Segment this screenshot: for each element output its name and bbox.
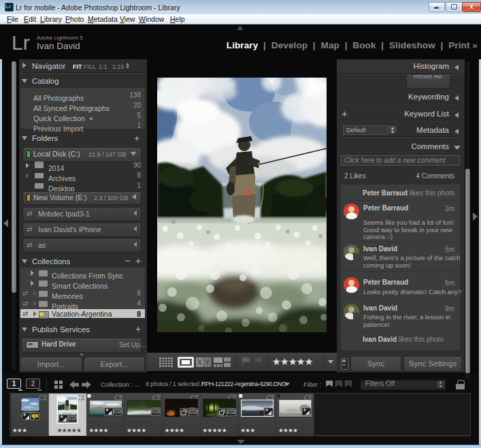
svg-text:★★★★★: ★★★★★ (272, 356, 313, 367)
svg-text:★★★: ★★★ (12, 427, 27, 434)
svg-text:★★★★★: ★★★★★ (203, 427, 227, 434)
svg-text:★★★★★: ★★★★★ (57, 427, 82, 434)
svg-text:Y: Y (205, 359, 210, 366)
svg-text:★★★: ★★★ (240, 427, 255, 434)
svg-text:X: X (197, 359, 202, 366)
svg-text:★★★★: ★★★★ (278, 427, 298, 434)
svg-text:★★★★: ★★★★ (165, 427, 184, 434)
svg-text:★★★★: ★★★★ (127, 427, 146, 434)
svg-text:★★★★: ★★★★ (88, 427, 108, 434)
